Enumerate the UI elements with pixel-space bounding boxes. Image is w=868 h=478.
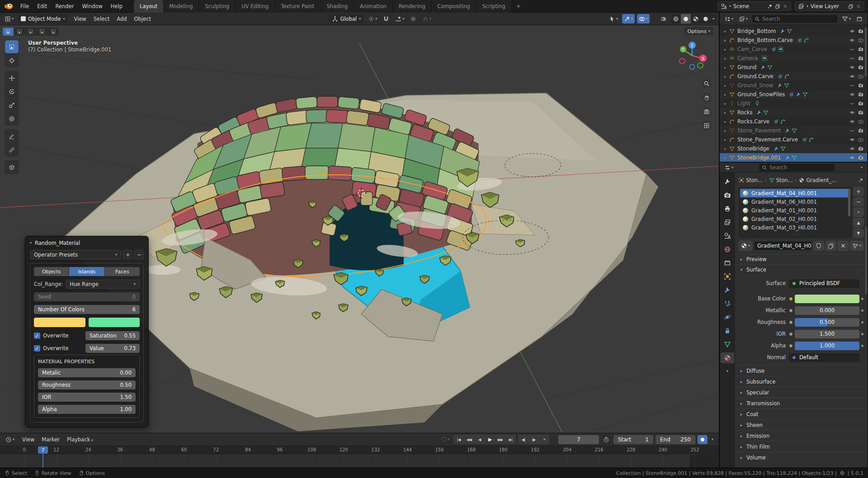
snap-toggle[interactable] [381,14,391,23]
value-slider[interactable]: Value0.73 [85,344,140,353]
browse-material-dropdown[interactable]: ▾ [739,241,752,251]
overwrite-saturation-checkbox[interactable]: ✓ [34,333,40,339]
expand-arrow-icon[interactable]: ▸ [722,66,728,70]
decorator-dot[interactable] [861,321,863,323]
hide-viewport-toggle[interactable] [849,65,855,70]
menu-help[interactable]: Help [107,1,127,11]
panel-header-thin-film[interactable]: ▸Thin Film [735,441,867,452]
expand-arrow-icon[interactable]: ▸ [722,75,728,79]
unlink-material-button[interactable] [838,241,849,251]
shading-solid-button[interactable] [681,14,691,23]
pin-id-button[interactable] [858,178,863,183]
tool-transform[interactable] [5,112,19,125]
disable-render-toggle[interactable] [858,47,863,52]
properties-scrollbar[interactable] [865,227,867,295]
disable-render-toggle[interactable] [858,110,863,115]
panel-header-transmission[interactable]: ▸Transmission [735,398,867,408]
workspace-tab-sculpting[interactable]: Sculpting [199,0,236,13]
outliner-item[interactable]: ▸Camera [720,54,867,63]
remove-view-layer-icon[interactable] [856,4,861,9]
roughness-slider[interactable]: Roughness0.50 [38,380,136,389]
disable-render-toggle[interactable] [858,28,863,34]
remove-slot-button[interactable] [854,197,863,206]
outliner-item[interactable]: ▸Bridge_Bottom [720,27,867,36]
snap-settings-dropdown[interactable]: ▾ [393,14,406,23]
hide-viewport-toggle-off[interactable] [849,47,855,52]
toggle-ortho-icon[interactable] [702,121,712,131]
panel-header-sheen[interactable]: ▸Sheen [735,419,867,430]
tab-islands[interactable]: Islands [69,267,104,276]
workspace-tab-layout[interactable]: Layout [134,0,163,13]
preview-panel-header[interactable]: ▸Preview:::: [735,254,867,264]
current-frame-field[interactable]: 7 [558,435,599,444]
material-slot[interactable]: Gradient_Mat_02_H0.001 [740,215,850,223]
next-keyframe-button[interactable]: ▶▶ [495,435,505,444]
disable-render-toggle[interactable] [858,155,863,160]
expand-arrow-icon[interactable]: ▸ [722,47,728,52]
timeline-menu-playback[interactable]: Playback ▾ [63,435,97,445]
use-preview-range-toggle[interactable] [601,435,611,444]
expand-arrow-icon[interactable]: ▸ [722,147,728,151]
overwrite-value-checkbox[interactable]: ✓ [34,345,40,351]
tool-annotate[interactable] [5,130,19,143]
select-new-button[interactable] [3,28,14,36]
outliner-item[interactable]: ▸Ground_SnowPiles [720,90,867,99]
material-slot[interactable]: Gradient_Mat_06_H0.001 [740,197,850,206]
navigation-gizmo[interactable]: Z X Y [676,40,708,71]
saturation-slider[interactable]: Saturation0.55 [85,331,140,340]
frame-start-field[interactable]: Start1 [613,435,653,444]
timeline-track[interactable] [0,455,719,468]
properties-search-input[interactable] [769,164,832,171]
properties-tab-object-data[interactable] [721,339,734,350]
expand-arrow-icon[interactable]: ▸ [722,156,728,160]
decorator-dot[interactable] [861,345,863,347]
camera-view-icon[interactable] [702,107,712,117]
operator-panel-header[interactable]: ▾ Random_Material [30,240,144,246]
editor-type-button[interactable]: ▾ [3,14,15,23]
workspace-tab-scripting[interactable]: Scripting [476,0,512,13]
tool-move[interactable] [5,71,19,84]
timeline-menu-view[interactable]: View [19,435,38,445]
hide-viewport-toggle[interactable] [849,37,855,43]
workspace-tab-shading[interactable]: Shading [321,0,354,13]
outliner-item[interactable]: ▸Light [720,99,867,108]
socket-dot[interactable] [789,309,793,313]
workspace-tab-compositing[interactable]: Compositing [431,0,476,13]
play-reverse-button[interactable]: ◀ [474,435,485,444]
playback-sync-toggle[interactable] [698,435,708,444]
viewport-menu-add[interactable]: Add [113,14,130,24]
decorator-dot[interactable] [861,333,863,335]
hide-viewport-toggle-off[interactable] [849,101,855,106]
jump-to-start-button[interactable]: |◀ [453,435,464,444]
properties-tab-tool[interactable] [721,176,734,187]
properties-tab-render[interactable] [721,190,734,201]
prev-frame-button[interactable]: ◀| [518,435,528,444]
tool-measure[interactable] [5,143,19,156]
next-frame-button[interactable]: |▶ [528,435,539,444]
socket-dot[interactable] [789,320,793,324]
expand-arrow-icon[interactable]: ▸ [722,38,728,42]
list-resize-grip[interactable]: ::::: [791,233,799,237]
panel-header-subsurface[interactable]: ▸Subsurface [735,376,867,387]
workspace-tab-modeling[interactable]: Modeling [163,0,199,13]
expand-arrow-icon[interactable]: ▸ [722,138,728,142]
frame-end-field[interactable]: End250 [656,435,695,444]
outliner-display-mode-dropdown[interactable]: ▾ [722,14,735,23]
viewport-menu-object[interactable]: Object [131,14,155,24]
normal-selector[interactable]: Default [789,353,859,362]
tool-cursor[interactable] [5,54,19,67]
properties-tab-output[interactable] [721,203,734,214]
expand-arrow-icon[interactable]: ▸ [722,111,728,115]
prev-keyframe-button[interactable]: ◀◀ [464,435,474,444]
decorator-dot[interactable] [861,309,863,312]
disable-render-toggle[interactable] [858,37,863,43]
add-workspace-tab[interactable]: + [512,3,525,9]
socket-dot[interactable] [789,297,793,301]
properties-tab-modifiers[interactable] [721,285,734,295]
viewport-menu-select[interactable]: Select [90,14,113,24]
menu-file[interactable]: File [16,1,33,11]
tool-add-cube[interactable] [5,161,19,174]
roughness-slider[interactable]: 0.500 [795,318,859,327]
hide-viewport-toggle[interactable] [849,74,855,79]
playhead-line[interactable] [42,454,43,468]
